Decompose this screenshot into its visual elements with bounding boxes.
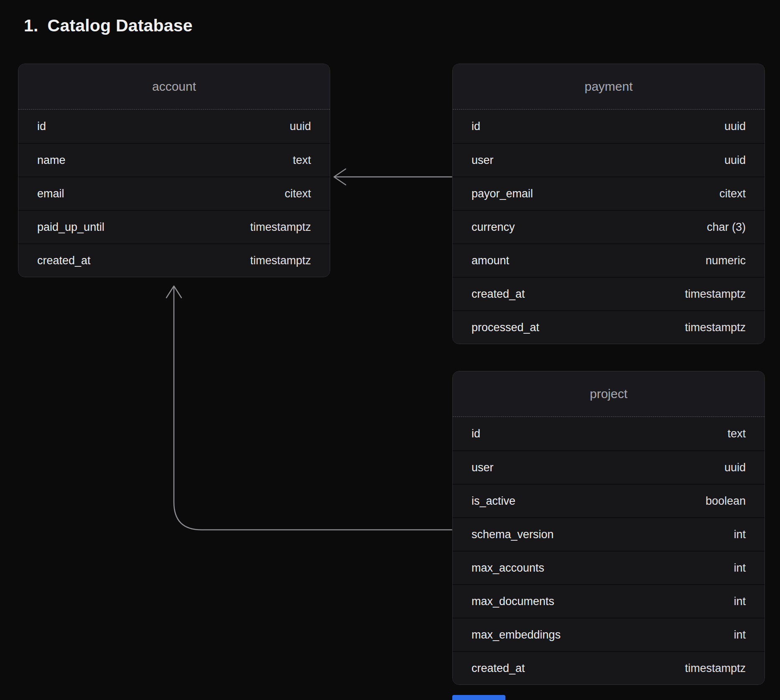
field-type: int — [734, 628, 746, 641]
field-name: id — [37, 120, 46, 133]
connector-payment-to-account — [334, 169, 452, 185]
field-name: amount — [472, 254, 509, 267]
table-field-row[interactable]: schema_version int — [453, 517, 765, 551]
table-field-row[interactable]: payor_email citext — [453, 176, 765, 210]
field-type: int — [734, 528, 746, 541]
table-payment[interactable]: payment id uuid user uuid payor_email ci… — [452, 64, 765, 344]
table-field-row[interactable]: currency char (3) — [453, 210, 765, 243]
field-name: currency — [472, 221, 515, 234]
table-field-row[interactable]: user uuid — [453, 450, 765, 484]
field-type: text — [727, 427, 746, 440]
field-name: created_at — [37, 254, 91, 267]
field-type: int — [734, 562, 746, 575]
table-field-row[interactable]: is_active boolean — [453, 484, 765, 517]
table-field-row[interactable]: name text — [18, 143, 330, 176]
table-account[interactable]: account id uuid name text email citext p… — [18, 64, 330, 277]
field-type: uuid — [724, 120, 746, 133]
connector-project-to-account — [166, 286, 452, 530]
field-name: name — [37, 154, 66, 167]
table-account-rows: id uuid name text email citext paid_up_u… — [18, 110, 330, 277]
field-name: id — [472, 120, 480, 133]
table-field-row[interactable]: email citext — [18, 176, 330, 210]
field-name: max_embeddings — [472, 628, 561, 641]
page-title-number: 1. — [24, 16, 38, 36]
field-name: created_at — [472, 288, 525, 301]
table-field-row[interactable]: id uuid — [18, 110, 330, 143]
table-field-row[interactable]: created_at timestamptz — [453, 277, 765, 310]
table-field-row[interactable]: max_accounts int — [453, 551, 765, 584]
field-name: is_active — [472, 495, 515, 508]
table-field-row[interactable]: max_documents int — [453, 584, 765, 618]
table-field-row[interactable]: id uuid — [453, 110, 765, 143]
field-type: text — [293, 154, 311, 167]
field-type: uuid — [290, 120, 311, 133]
field-type: timestamptz — [685, 321, 746, 334]
field-type: numeric — [706, 254, 746, 267]
field-type: timestamptz — [685, 662, 746, 675]
field-name: payor_email — [472, 187, 533, 200]
diagram-canvas: 1. Catalog Database account id uuid name… — [0, 0, 780, 700]
bottom-cutoff-blue-bar — [452, 695, 505, 700]
field-name: paid_up_until — [37, 221, 105, 234]
table-field-row[interactable]: amount numeric — [453, 243, 765, 277]
field-type: uuid — [724, 154, 746, 167]
field-name: processed_at — [472, 321, 539, 334]
field-name: schema_version — [472, 528, 554, 541]
page-title: 1. Catalog Database — [24, 16, 193, 36]
table-payment-rows: id uuid user uuid payor_email citext cur… — [453, 110, 765, 344]
field-type: boolean — [706, 495, 746, 508]
field-type: citext — [285, 187, 311, 200]
table-field-row[interactable]: id text — [453, 417, 765, 450]
table-field-row[interactable]: created_at timestamptz — [18, 243, 330, 277]
table-field-row[interactable]: processed_at timestamptz — [453, 310, 765, 344]
table-payment-title: payment — [453, 64, 765, 110]
table-project-title: project — [453, 371, 765, 417]
field-type: timestamptz — [685, 288, 746, 301]
field-type: timestamptz — [250, 221, 311, 234]
field-name: user — [472, 461, 494, 474]
field-type: citext — [719, 187, 746, 200]
table-account-title: account — [18, 64, 330, 110]
field-name: max_documents — [472, 595, 554, 608]
field-type: uuid — [724, 461, 746, 474]
field-name: user — [472, 154, 494, 167]
table-project[interactable]: project id text user uuid is_active bool… — [452, 371, 765, 685]
table-field-row[interactable]: user uuid — [453, 143, 765, 176]
table-field-row[interactable]: paid_up_until timestamptz — [18, 210, 330, 243]
field-type: char (3) — [707, 221, 746, 234]
field-type: int — [734, 595, 746, 608]
field-name: max_accounts — [472, 562, 544, 575]
field-name: created_at — [472, 662, 525, 675]
field-name: id — [472, 427, 480, 440]
page-title-text: Catalog Database — [48, 16, 193, 36]
table-project-rows: id text user uuid is_active boolean sche… — [453, 417, 765, 685]
field-type: timestamptz — [250, 254, 311, 267]
field-name: email — [37, 187, 64, 200]
table-field-row[interactable]: max_embeddings int — [453, 618, 765, 651]
table-field-row[interactable]: created_at timestamptz — [453, 651, 765, 685]
